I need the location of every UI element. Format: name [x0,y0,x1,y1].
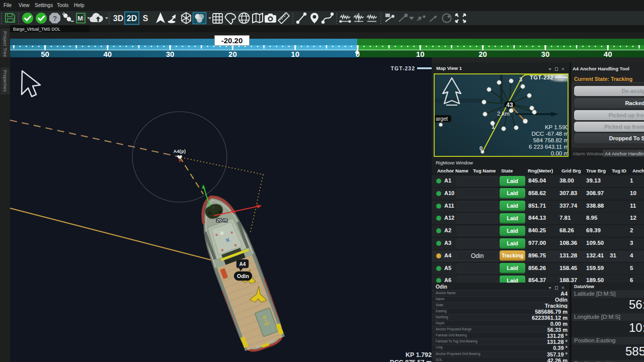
svg-text:KP 1.792: KP 1.792 [406,351,432,358]
svg-text:43: 43 [506,102,513,109]
svg-text:0.00 m: 0.00 m [551,150,568,156]
svg-text:3: 3 [519,76,522,82]
svg-text:3D: 3D [113,14,123,23]
svg-text:?: ? [53,15,57,23]
svg-text:6 223 643.11 m: 6 223 643.11 m [529,144,568,150]
svg-text:Odin: Odin [237,273,249,279]
svg-text:0: 0 [479,145,482,151]
svg-text:TGT-232: TGT-232 [530,74,553,80]
svg-text:1: 1 [492,124,495,130]
svg-text:M: M [77,15,83,22]
svg-text:TGT-232: TGT-232 [391,65,415,71]
svg-text:KP 1.590: KP 1.590 [545,124,568,130]
svg-text:A4: A4 [239,261,246,267]
svg-text:DCC -67.48 m: DCC -67.48 m [532,131,568,137]
svg-text:2D: 2D [127,14,137,23]
svg-text:2 km: 2 km [497,111,510,117]
svg-text:arget: arget [436,116,448,122]
svg-text:20 m: 20 m [216,217,227,223]
svg-text:A4(p): A4(p) [174,149,186,154]
svg-text:S: S [143,14,148,23]
svg-text:DCC 875.57 m: DCC 875.57 m [390,359,432,362]
svg-text:584 758.82 m: 584 758.82 m [533,137,568,143]
